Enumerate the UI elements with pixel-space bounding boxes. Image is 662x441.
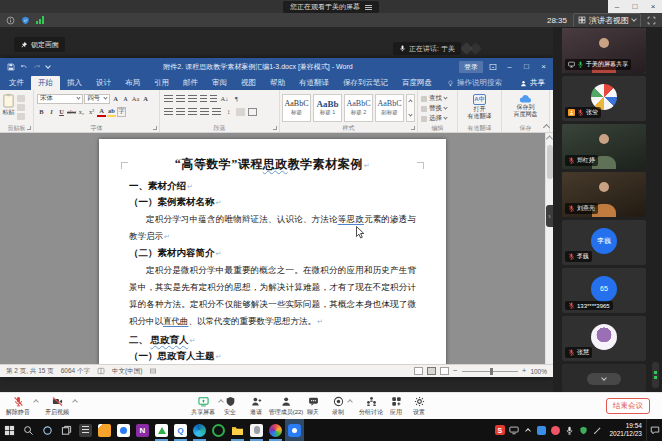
enclose-character-button[interactable]: 字 <box>117 107 126 117</box>
toolbar-share-screen-button[interactable]: 共享屏幕 <box>191 396 215 417</box>
sidebar-collapse-handle[interactable]: › <box>546 205 553 227</box>
editing-替换[interactable]: 替换 <box>421 104 454 113</box>
baidu-netdisk-button[interactable]: 保存到 百度网盘 <box>504 92 547 118</box>
tray-mic-icon[interactable] <box>564 425 575 436</box>
taskbar-wps-icon[interactable] <box>95 419 114 441</box>
style-card[interactable]: AaBb标题 1 <box>313 94 342 122</box>
close-button[interactable]: × <box>651 3 656 11</box>
language-indicator[interactable]: 中文(中国) <box>112 367 142 376</box>
align-left-icon[interactable] <box>164 108 173 116</box>
taskbar-task-view-icon[interactable] <box>57 419 76 441</box>
editing-选择[interactable]: 选择 <box>421 114 454 123</box>
meeting-info-icon[interactable] <box>6 16 15 25</box>
style-card[interactable]: AaBbC标题 <box>282 94 311 122</box>
toolbar-camera-off-button[interactable]: 开启视频 <box>45 396 69 417</box>
dialog-launcher-icon[interactable] <box>273 126 277 130</box>
zoom-in-icon[interactable]: + <box>522 368 527 374</box>
tray-monitor-icon[interactable] <box>508 425 519 436</box>
participant-tile-6[interactable]: 65133****3965 <box>562 268 646 313</box>
vertical-scrollbar[interactable] <box>545 133 553 364</box>
style-card[interactable]: AaBbC标题 2 <box>344 94 373 122</box>
scroll-up-icon[interactable] <box>546 135 553 142</box>
toolbar-shield-button[interactable]: 安全 <box>224 396 236 418</box>
toolbar-chat-button[interactable]: 聊天 <box>307 396 319 418</box>
security-shield-icon[interactable] <box>21 16 30 25</box>
toolbar-breakout-button[interactable]: 分组讨论 <box>359 396 383 418</box>
participant-tile-7[interactable]: 张慧 <box>562 316 646 361</box>
ribbon-tab-视图[interactable]: 视图 <box>234 76 263 90</box>
read-mode-icon[interactable] <box>414 367 423 375</box>
toolbar-members-button[interactable]: 管理成员(22) <box>269 396 304 418</box>
participant-tile-1[interactable]: 于美的屏幕共享 <box>562 28 646 73</box>
align-center-icon[interactable] <box>176 108 185 116</box>
document-canvas[interactable]: “高等数学”课程思政教学素材案例 一、素材介绍（一）案例素材名称定积分学习中蕴含… <box>0 133 553 364</box>
font-color-button[interactable]: A <box>97 107 106 117</box>
cut-icon[interactable] <box>17 95 25 102</box>
taskbar-clock[interactable]: 19:54 2021/12/23 <box>605 422 646 438</box>
underline-button[interactable]: U <box>57 107 66 117</box>
distribute-icon[interactable] <box>212 108 221 116</box>
taskbar-onenote-icon[interactable]: N <box>133 419 152 441</box>
undo-icon[interactable] <box>20 63 28 71</box>
fullscreen-icon[interactable] <box>647 16 656 25</box>
maximize-button[interactable]: □ <box>632 3 637 11</box>
shrink-font-button[interactable]: A <box>121 94 130 104</box>
ribbon-tab-百度网盘[interactable]: 百度网盘 <box>395 76 439 90</box>
dialog-launcher-icon[interactable] <box>411 126 415 130</box>
participant-tile-4[interactable]: 刘燕亮 <box>562 172 646 217</box>
share-button[interactable]: 共享 <box>512 76 553 90</box>
dialog-launcher-icon[interactable] <box>153 126 157 130</box>
change-case-button[interactable]: Aa <box>131 94 140 104</box>
font-size-select[interactable]: 四号 <box>84 94 110 104</box>
taskbar-quark-icon[interactable]: Q <box>171 419 190 441</box>
italic-button[interactable]: I <box>47 107 56 117</box>
taskbar-meeting-icon[interactable] <box>285 419 304 441</box>
ribbon-tab-引用[interactable]: 引用 <box>147 76 176 90</box>
style-card[interactable]: AaBbC副标题 <box>375 94 404 122</box>
toolbar-record-button[interactable]: 录制 <box>332 396 344 417</box>
save-icon[interactable] <box>7 63 15 71</box>
editing-查找[interactable]: 查找 <box>421 94 454 103</box>
clear-format-button[interactable]: A <box>141 94 150 104</box>
toolbar-mic-muted-button[interactable]: 解除静音 <box>6 396 30 417</box>
tray-pen-icon[interactable] <box>592 425 603 436</box>
action-center-icon[interactable] <box>646 419 662 441</box>
line-spacing-icon[interactable]: ↕ <box>224 107 233 117</box>
taskbar-assistant-icon[interactable] <box>114 419 133 441</box>
strikethrough-button[interactable]: abc <box>67 107 76 117</box>
page-indicator[interactable]: 第 2 页, 共 15 页 <box>6 367 54 376</box>
zoom-out-icon[interactable]: − <box>453 368 458 374</box>
taskbar-photos-icon[interactable] <box>266 419 285 441</box>
taskbar-cortana-icon[interactable] <box>38 419 57 441</box>
ribbon-tab-保存到云笔记[interactable]: 保存到云笔记 <box>336 76 395 90</box>
multilevel-list-icon[interactable] <box>188 95 197 103</box>
paste-button[interactable]: 粘贴 <box>2 92 15 123</box>
ribbon-display-options-icon[interactable] <box>485 63 500 71</box>
tray-caret-up-icon[interactable] <box>522 425 533 436</box>
participant-tile-3[interactable]: 郑红婷 <box>562 124 646 169</box>
banner-menu-icon[interactable] <box>365 5 372 10</box>
numbering-icon[interactable] <box>176 95 185 103</box>
show-marks-icon[interactable]: ¶ <box>232 94 241 104</box>
style-gallery-scroll[interactable] <box>406 94 415 122</box>
taskbar-circle-green-icon[interactable] <box>209 419 228 441</box>
zoom-slider[interactable] <box>462 371 518 372</box>
borders-icon[interactable] <box>248 108 257 116</box>
insert-mode-icon[interactable] <box>149 367 157 375</box>
word-restore-button[interactable]: □ <box>519 62 534 71</box>
ribbon-tab-文件[interactable]: 文件 <box>2 76 31 90</box>
tray-shield-green-icon[interactable] <box>578 425 589 436</box>
zoom-slider-thumb[interactable] <box>490 368 493 375</box>
toolbar-apps-button[interactable]: 应用 <box>390 396 402 418</box>
tray-app-blue-icon[interactable] <box>536 425 547 436</box>
tray-sogou-s-icon[interactable]: S <box>494 425 505 436</box>
word-minimize-button[interactable]: – <box>502 62 517 71</box>
toolbar-settings-button[interactable]: 设置 <box>413 396 425 418</box>
collapse-videos-button[interactable] <box>587 373 621 385</box>
zoom-level[interactable]: 100% <box>530 368 547 375</box>
participant-tile-2[interactable]: 张莹 <box>562 76 646 121</box>
tray-app-pink-icon[interactable] <box>550 425 561 436</box>
tell-me-box[interactable]: 操作说明搜索 <box>439 76 510 90</box>
taskbar-recycle-icon[interactable] <box>152 419 171 441</box>
ribbon-tab-设计[interactable]: 设计 <box>89 76 118 90</box>
